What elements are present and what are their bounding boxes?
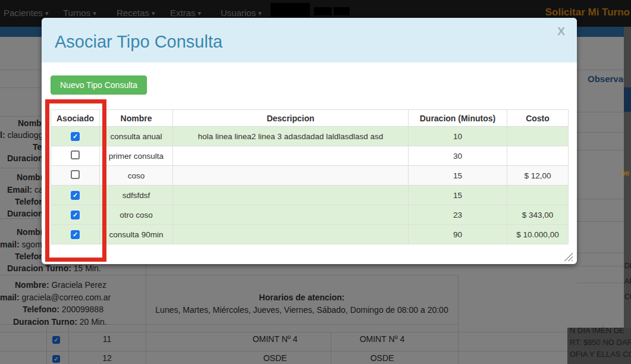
dialog-body: Nuevo Tipo Consulta AsociadoNombreDescri… (42, 62, 577, 244)
column-header-costo: Costo (507, 110, 569, 127)
column-header-nombre: Nombre (100, 110, 173, 127)
duracion-cell: 30 (409, 146, 507, 166)
nombre-cell: sdfsfdsf (100, 186, 173, 205)
table-row: coso15$ 12,00 (51, 166, 569, 186)
costo-cell (507, 146, 569, 166)
descripcion-cell (173, 166, 409, 186)
asociado-cell: ✓ (51, 205, 100, 225)
descripcion-cell (173, 186, 409, 205)
table-row: ✓consulta 90min90$ 10.000,00 (51, 225, 569, 244)
nombre-cell: primer consulta (100, 146, 173, 166)
descripcion-cell (173, 146, 409, 166)
nombre-cell: consulta anual (100, 127, 173, 146)
costo-cell: $ 12,00 (507, 166, 569, 186)
asociado-checkbox[interactable] (71, 170, 80, 179)
table-row: primer consulta30 (51, 146, 569, 166)
table-row: ✓consulta anualhola linea linea2 linea 3… (51, 127, 569, 146)
asociado-checkbox[interactable]: ✓ (71, 230, 80, 239)
asociado-cell: ✓ (51, 127, 100, 146)
table-row: ✓sdfsfdsf15 (51, 186, 569, 205)
duracion-cell: 10 (409, 127, 507, 146)
costo-cell: $ 343,00 (507, 205, 569, 225)
costo-cell: $ 10.000,00 (507, 225, 569, 244)
asociado-cell: ✓ (51, 186, 100, 205)
asociado-cell: ✓ (51, 225, 100, 244)
asociado-cell (51, 166, 100, 186)
asociado-checkbox[interactable]: ✓ (71, 191, 80, 200)
nombre-cell: otro coso (100, 205, 173, 225)
asociado-checkbox[interactable]: ✓ (71, 132, 80, 141)
asociar-tipo-consulta-dialog: Asociar Tipo Consulta X Nuevo Tipo Consu… (42, 18, 577, 264)
duracion-cell: 90 (409, 225, 507, 244)
asociado-cell (51, 146, 100, 166)
duracion-cell: 23 (409, 205, 507, 225)
nuevo-tipo-consulta-button[interactable]: Nuevo Tipo Consulta (51, 76, 147, 95)
duracion-cell: 15 (409, 166, 507, 186)
tipo-consulta-table: AsociadoNombreDescripcionDuracion (Minut… (51, 109, 569, 244)
costo-cell (507, 127, 569, 146)
asociado-checkbox[interactable] (71, 150, 80, 159)
column-header-duracion-minutos-: Duracion (Minutos) (409, 110, 507, 127)
column-header-asociado: Asociado (51, 110, 100, 127)
resize-grip[interactable] (564, 252, 573, 261)
nombre-cell: consulta 90min (100, 225, 173, 244)
descripcion-cell (173, 225, 409, 244)
dialog-header: Asociar Tipo Consulta X (42, 18, 577, 62)
descripcion-cell (173, 205, 409, 225)
close-icon[interactable]: X (557, 25, 565, 38)
asociado-checkbox[interactable]: ✓ (71, 211, 80, 219)
nombre-cell: coso (100, 166, 173, 186)
table-header-row: AsociadoNombreDescripcionDuracion (Minut… (51, 110, 569, 127)
dialog-title: Asociar Tipo Consulta (55, 32, 222, 51)
duracion-cell: 15 (409, 186, 507, 205)
column-header-descripcion: Descripcion (173, 110, 409, 127)
costo-cell (507, 186, 569, 205)
descripcion-cell: hola linea linea2 linea 3 adasdadad lald… (173, 127, 409, 146)
table-row: ✓otro coso23$ 343,00 (51, 205, 569, 225)
